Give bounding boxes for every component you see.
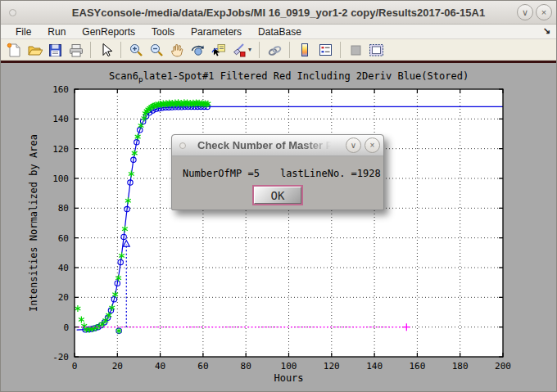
insert-legend-button[interactable] [316,41,334,59]
ok-button[interactable]: OK [254,187,301,204]
y-tick-label: 20 [58,292,69,303]
insert-colorbar-button[interactable] [296,41,314,59]
y-tick-label: 40 [58,263,69,273]
menubar: FileRunGenReportsToolsParametersDataBase… [1,25,556,39]
chart-title: Scan6plate1-Spot#1 Filtered Red Includin… [109,70,469,83]
y-tick-label: -20 [52,352,69,363]
data-cursor-button[interactable] [209,41,227,59]
link-plots-button[interactable] [265,41,283,59]
x-axis-label: Hours [274,372,303,384]
y-tick-label: 60 [58,233,69,244]
x-tick-label: 60 [197,361,208,372]
x-tick-label: 40 [155,361,165,372]
zoom-in-button[interactable] [127,41,145,59]
dialog-title: Check Number of Master Pla [197,139,333,151]
x-tick-label: 180 [452,361,469,372]
edit-arrow-button[interactable] [97,41,115,59]
dialog-numberofmp-value: NumberOfMP =5 [183,168,260,179]
x-tick-label: 140 [366,361,383,372]
y-tick-label: 100 [52,173,69,184]
menu-item-run[interactable]: Run [39,25,74,38]
plot-area[interactable] [75,89,503,357]
dialog-minimize-button[interactable]: ∨ [346,137,361,153]
print-button[interactable] [66,41,84,59]
show-plot-tools-button[interactable] [367,41,385,59]
dialog-close-button[interactable]: × [365,137,380,153]
y-tick-label: 80 [58,203,69,214]
menu-item-tools[interactable]: Tools [143,25,183,38]
x-tick-label: 100 [281,361,297,372]
window-title: EASYconsole-/media/data/ExpJobs/MI 16_09… [1,7,556,19]
y-tick-label: 0 [63,322,69,333]
x-tick-label: 0 [72,361,78,372]
toolbar-separator [289,42,290,58]
dialog-menu-icon[interactable] [179,142,186,149]
menu-item-genreports[interactable]: GenReports [74,25,143,38]
y-tick-label: 140 [52,114,69,124]
window-close-button[interactable]: × [536,4,552,20]
x-tick-label: 80 [241,361,251,372]
toolbar-separator [340,42,341,58]
new-file-button[interactable] [5,41,23,59]
pan-hand-button[interactable] [168,41,186,59]
y-tick-label: 160 [52,84,69,95]
dialog-lastlineno-value: lastLineNo. =1928 [280,168,381,179]
ok-button-focus-ring: OK [252,185,303,205]
window-menu-icon[interactable] [9,9,16,16]
x-tick-label: 160 [409,361,425,372]
menu-item-database[interactable]: DataBase [250,25,310,38]
open-file-button[interactable] [25,41,43,59]
save-button[interactable] [46,41,64,59]
toolbar-bottom-edge [1,61,556,63]
window-minimize-button[interactable]: ∨ [517,4,533,20]
hide-plot-tools-button [346,41,365,59]
toolbar-separator [120,42,121,58]
check-master-plates-dialog: Check Number of Master Pla ∨ × NumberOfM… [171,134,384,210]
x-tick-label: 200 [495,361,511,372]
x-tick-label: 120 [324,361,340,372]
dialog-titlebar[interactable]: Check Number of Master Pla ∨ × [172,135,383,156]
menu-item-file[interactable]: File [7,25,39,38]
brush-button[interactable] [229,41,247,59]
rotate-3d-button[interactable] [188,41,206,59]
toolbar-separator [90,42,91,58]
window-titlebar: EASYconsole-/media/data/ExpJobs/MI 16_09… [1,1,556,25]
menu-item-parameters[interactable]: Parameters [183,25,250,38]
toolbar-separator [259,42,260,58]
y-tick-label: 120 [52,144,69,155]
dialog-message: NumberOfMP =5 lastLineNo. =1928 [172,156,383,179]
easyconsole-window: { "window": { "title": "EASYconsole-/med… [0,0,557,392]
zoom-out-button[interactable] [147,41,165,59]
brush-dropdown-icon[interactable]: ▾ [248,46,251,53]
y-axis-label: Intensities Normalized by Area [28,134,39,312]
menu-corner-arrow-icon[interactable]: ↘ [543,25,550,36]
figure-toolbar: ▾ [1,39,556,61]
x-tick-label: 20 [112,361,123,372]
